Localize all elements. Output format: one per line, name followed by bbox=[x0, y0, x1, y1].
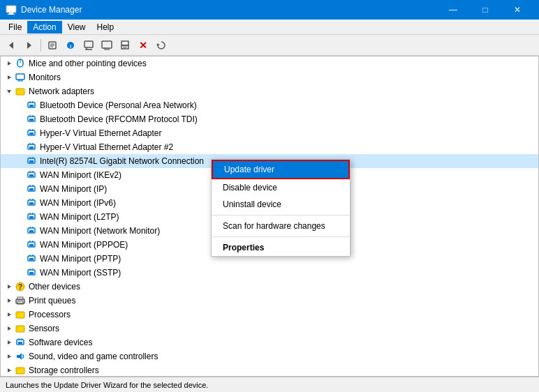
close-button[interactable]: ✕ bbox=[501, 0, 533, 20]
svg-marker-89 bbox=[8, 299, 11, 303]
context-menu-item-disable-device[interactable]: Disable device bbox=[212, 179, 350, 196]
expand-icon[interactable] bbox=[3, 58, 15, 69]
menu-bar: FileActionViewHelp bbox=[0, 20, 539, 35]
svg-marker-104 bbox=[8, 354, 11, 359]
expand-icon bbox=[15, 239, 26, 250]
properties-button[interactable] bbox=[44, 37, 61, 54]
svg-marker-93 bbox=[8, 312, 11, 317]
svg-marker-96 bbox=[8, 326, 11, 331]
menu-item-help[interactable]: Help bbox=[91, 21, 120, 33]
tree-item-bluetooth-rfcomm[interactable]: Bluetooth Device (RFCOMM Protocol TDI) bbox=[1, 112, 538, 126]
device-icon bbox=[26, 253, 37, 264]
expand-icon[interactable] bbox=[3, 295, 15, 306]
device-icon bbox=[26, 156, 37, 167]
tree-item-processors[interactable]: Processors bbox=[1, 308, 538, 322]
expand-icon bbox=[15, 225, 26, 236]
expand-icon[interactable] bbox=[3, 365, 15, 376]
tree-item-network-adapters[interactable]: Network adapters bbox=[1, 84, 538, 98]
context-menu: Update driverDisable deviceUninstall dev… bbox=[211, 159, 350, 257]
remove-button[interactable]: ✕ bbox=[135, 37, 152, 54]
tree-item-hyper-v-eth2[interactable]: Hyper-V Virtual Ethernet Adapter #2 bbox=[1, 140, 538, 154]
maximize-button[interactable]: □ bbox=[469, 0, 501, 20]
svg-marker-31 bbox=[7, 90, 11, 93]
expand-icon bbox=[15, 114, 26, 125]
tree-item-print-queues[interactable]: Print queues bbox=[1, 294, 538, 308]
tree-item-hyper-v-eth[interactable]: Hyper-V Virtual Ethernet Adapter bbox=[1, 126, 538, 140]
minimize-button[interactable]: — bbox=[437, 0, 469, 20]
tree-item-storage-controllers[interactable]: Storage controllers bbox=[1, 363, 538, 377]
device-icon bbox=[15, 72, 26, 83]
main-content: Mice and other pointing devicesMonitorsN… bbox=[0, 56, 539, 377]
device-icon bbox=[26, 169, 37, 181]
device-label: WAN Miniport (Network Monitor) bbox=[40, 226, 160, 236]
menu-item-action[interactable]: Action bbox=[27, 21, 61, 33]
tree-item-sound-video[interactable]: Sound, video and game controllers bbox=[1, 349, 538, 363]
tree-item-wan-sstp[interactable]: WAN Miniport (SSTP) bbox=[1, 266, 538, 280]
svg-marker-26 bbox=[8, 75, 11, 80]
context-menu-item-uninstall-device[interactable]: Uninstall device bbox=[212, 196, 350, 213]
device-label: Network adapters bbox=[29, 86, 94, 96]
menu-separator bbox=[212, 215, 350, 216]
app-icon bbox=[6, 4, 17, 15]
info-button[interactable]: i bbox=[62, 37, 79, 54]
device-icon bbox=[15, 86, 26, 97]
menu-item-view[interactable]: View bbox=[62, 21, 91, 33]
menu-item-file[interactable]: File bbox=[3, 21, 27, 33]
tree-item-bluetooth-pan[interactable]: Bluetooth Device (Personal Area Network) bbox=[1, 98, 538, 112]
menu-separator bbox=[212, 236, 350, 237]
expand-icon[interactable] bbox=[3, 337, 15, 348]
device-label: Monitors bbox=[29, 73, 61, 82]
device-label: Processors bbox=[29, 310, 71, 319]
device-label: Sound, video and game controllers bbox=[29, 352, 158, 361]
monitor-button[interactable] bbox=[98, 37, 115, 54]
device-label: Intel(R) 82574L Gigabit Network Connecti… bbox=[40, 156, 204, 166]
back-button[interactable] bbox=[3, 37, 20, 54]
window-controls: — □ ✕ bbox=[437, 0, 533, 20]
expand-icon[interactable] bbox=[3, 351, 15, 362]
svg-rect-57 bbox=[29, 174, 34, 176]
status-text: Launches the Update Driver Wizard for th… bbox=[6, 381, 208, 389]
toolbar: i ✕ bbox=[0, 35, 539, 56]
svg-rect-108 bbox=[16, 368, 20, 369]
svg-rect-65 bbox=[29, 202, 34, 204]
device-icon bbox=[15, 309, 26, 320]
context-menu-item-update-driver[interactable]: Update driver bbox=[212, 160, 350, 179]
device-icon bbox=[15, 351, 26, 362]
device-icon bbox=[26, 267, 37, 278]
expand-icon[interactable] bbox=[3, 323, 15, 334]
tree-item-monitors[interactable]: Monitors bbox=[1, 70, 538, 84]
tree-item-mice[interactable]: Mice and other pointing devices bbox=[1, 56, 538, 70]
device-icon: ? bbox=[15, 281, 26, 292]
expand-icon[interactable] bbox=[3, 72, 15, 83]
svg-rect-41 bbox=[29, 119, 34, 121]
svg-rect-81 bbox=[29, 258, 34, 260]
device-label: Hyper-V Virtual Ethernet Adapter #2 bbox=[40, 142, 173, 152]
device-icon bbox=[26, 114, 37, 125]
svg-marker-4 bbox=[27, 42, 31, 49]
expand-icon[interactable] bbox=[3, 309, 15, 320]
tree-item-other-devices[interactable]: ?Other devices bbox=[1, 280, 538, 294]
expand-icon[interactable] bbox=[3, 86, 15, 97]
refresh-button[interactable] bbox=[153, 37, 170, 54]
expand-icon[interactable] bbox=[3, 281, 15, 292]
svg-rect-53 bbox=[29, 160, 34, 163]
svg-rect-18 bbox=[121, 41, 128, 45]
scan-button[interactable] bbox=[80, 37, 97, 54]
expand-icon bbox=[15, 253, 26, 264]
device-label: Hyper-V Virtual Ethernet Adapter bbox=[40, 128, 162, 138]
device-icon bbox=[26, 225, 37, 236]
tree-item-software-devices[interactable]: Software devices bbox=[1, 336, 538, 349]
print-button[interactable] bbox=[117, 37, 133, 54]
device-label: WAN Miniport (SSTP) bbox=[40, 268, 121, 278]
svg-marker-99 bbox=[8, 340, 11, 345]
expand-icon bbox=[15, 169, 26, 181]
svg-rect-95 bbox=[16, 312, 20, 313]
context-menu-item-scan-changes[interactable]: Scan for hardware changes bbox=[212, 218, 350, 234]
context-menu-item-properties[interactable]: Properties bbox=[212, 239, 350, 256]
device-icon bbox=[26, 211, 37, 223]
tree-item-sensors[interactable]: Sensors bbox=[1, 322, 538, 336]
device-icon bbox=[26, 239, 37, 250]
svg-rect-1 bbox=[9, 13, 13, 14]
device-icon bbox=[15, 323, 26, 334]
forward-button[interactable] bbox=[21, 37, 38, 54]
